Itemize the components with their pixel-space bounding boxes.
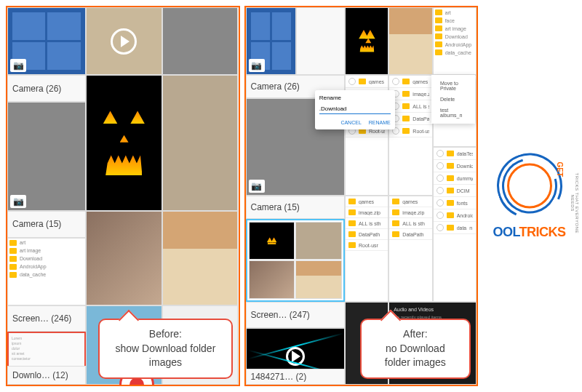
dialog-title: Rename: [319, 95, 391, 101]
file-row[interactable]: dummy_usr: [434, 172, 476, 185]
thumb-baby[interactable]: [86, 211, 162, 305]
thumb-collage-highlighted[interactable]: [246, 219, 346, 302]
file-row[interactable]: fonts: [434, 197, 476, 209]
play-icon: [111, 28, 137, 55]
thumb-dog[interactable]: [388, 7, 432, 75]
camera-icon: 📷: [249, 180, 265, 193]
file-row[interactable]: ALL is sth: [389, 100, 431, 113]
balloon-after: After: no Download folder images: [360, 319, 471, 379]
thumb-tan[interactable]: [162, 75, 239, 211]
panel-after: 📷 art face art image Download AndroidApp…: [244, 6, 479, 386]
file-list[interactable]: games image.zip ALL is sth DataPath Root…: [345, 196, 388, 301]
menu-item[interactable]: Delete: [434, 94, 472, 105]
panel-before: 📷 Camera (26) 📷 Camera (15) art art imag…: [6, 6, 240, 386]
menu-item[interactable]: Move to Private: [434, 78, 472, 94]
rename-input[interactable]: [319, 104, 391, 114]
thumb-folderlist[interactable]: art art image Download AndroidApp data_c…: [7, 238, 86, 305]
folder-label[interactable]: Screen… (246): [7, 305, 86, 332]
context-menu: Move to Private Delete test albums_n: [431, 75, 475, 124]
camera-icon: 📷: [249, 59, 265, 72]
file-list[interactable]: dataTest Download dummy_usr DCIM fonts A…: [433, 147, 477, 302]
menu-item[interactable]: test albums_n: [434, 105, 472, 121]
thumb-gray2[interactable]: 📷: [7, 102, 86, 212]
file-row[interactable]: dataTest: [434, 148, 476, 160]
play-icon: [286, 347, 305, 366]
folder-label[interactable]: 1484271… (2): [246, 369, 346, 385]
file-list[interactable]: games image.zip ALL is sth DataPath: [388, 196, 432, 301]
rename-button[interactable]: RENAME: [369, 120, 391, 125]
cancel-button[interactable]: CANCEL: [340, 120, 361, 125]
thumb-folderlist[interactable]: art face art image Download AndroidApp d…: [433, 7, 477, 75]
thumb-white[interactable]: [296, 7, 345, 75]
file-row[interactable]: games: [389, 76, 431, 88]
file-row[interactable]: Android_social: [434, 209, 476, 222]
file-row[interactable]: Root-usr: [389, 125, 431, 137]
thumb-dog[interactable]: [162, 211, 239, 305]
rename-dialog: Rename CANCEL RENAME: [315, 90, 395, 129]
thumb-pumpkin[interactable]: [86, 75, 162, 211]
file-row[interactable]: Download: [434, 160, 476, 172]
thumb-video[interactable]: [86, 7, 162, 75]
thumb-gray[interactable]: [162, 7, 239, 75]
file-row[interactable]: DCIM: [434, 185, 476, 197]
folder-label[interactable]: Screen… (247): [246, 302, 346, 328]
thumb-bluescreen[interactable]: 📷: [7, 7, 86, 75]
balloon-before: Before: show Download folder images: [98, 319, 232, 379]
folder-label[interactable]: Camera (15): [7, 211, 86, 237]
file-list[interactable]: games image.zip ALL is sth DataPath Root…: [388, 75, 432, 196]
camera-icon: 📷: [10, 59, 26, 72]
thumb-pumpkin[interactable]: [345, 7, 388, 75]
folder-download-label[interactable]: Downlo… (12): [7, 366, 86, 385]
folder-label[interactable]: Camera (26): [7, 75, 86, 101]
folder-label[interactable]: Camera (15): [246, 196, 346, 218]
file-row[interactable]: games: [346, 76, 388, 88]
thumb-bluescreen[interactable]: 📷: [246, 7, 297, 75]
file-row[interactable]: DataPath: [389, 113, 431, 125]
logo: GET OOLTRICKS TRICKS THAT EVERYONE NEEDS: [484, 153, 575, 239]
file-row[interactable]: data_n: [434, 222, 476, 234]
camera-icon: 📷: [10, 195, 26, 208]
file-row[interactable]: image.zip: [389, 88, 431, 100]
